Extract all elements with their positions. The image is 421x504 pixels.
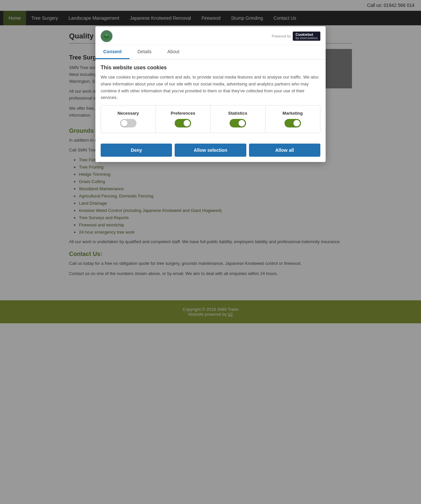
toggle-marketing-track: [285, 119, 301, 127]
toggle-statistics-knob: [238, 120, 245, 126]
modal-body: This website uses cookies We use cookies…: [95, 59, 326, 144]
toggle-preferences-track: [175, 119, 191, 127]
toggle-preferences-knob: [184, 120, 190, 126]
modal-tabs: Consent Details About: [95, 45, 326, 59]
toggle-label-necessary: Necessary: [117, 111, 139, 116]
allow-selection-button[interactable]: Allow selection: [175, 144, 246, 157]
tab-about[interactable]: About: [160, 45, 187, 59]
toggle-marketing[interactable]: [285, 119, 301, 127]
toggle-statistics[interactable]: [230, 119, 246, 127]
deny-button[interactable]: Deny: [101, 144, 172, 157]
toggle-cell-statistics: Statistics: [210, 105, 265, 133]
toggle-cell-preferences: Preferences: [156, 105, 211, 133]
powered-by-label: Powered by: [272, 34, 291, 38]
modal-buttons: Deny Allow selection Allow all: [95, 144, 326, 162]
cookiebot-sub: by Usercentrics: [295, 36, 318, 40]
toggle-marketing-knob: [293, 120, 300, 126]
modal-header: Powered by Cookiebot by Usercentrics: [95, 26, 326, 45]
tab-details[interactable]: Details: [130, 45, 160, 59]
allow-all-button[interactable]: Allow all: [249, 144, 320, 157]
toggle-statistics-track: [230, 119, 246, 127]
cookie-modal-overlay: Powered by Cookiebot by Usercentrics Con…: [0, 0, 421, 323]
toggle-necessary-track: [120, 119, 136, 127]
cookie-modal: Powered by Cookiebot by Usercentrics Con…: [95, 26, 326, 162]
toggle-necessary-knob: [121, 120, 128, 126]
cookiebot-label: Cookiebot: [295, 33, 313, 36]
toggle-necessary[interactable]: [120, 119, 136, 127]
toggle-label-statistics: Statistics: [228, 111, 247, 116]
toggle-preferences[interactable]: [175, 119, 191, 127]
cookiebot-logo-box: Cookiebot by Usercentrics: [293, 32, 320, 41]
svg-point-2: [105, 34, 108, 36]
cookiebot-branding: Powered by Cookiebot by Usercentrics: [272, 32, 320, 41]
logo-svg: [101, 31, 112, 41]
modal-heading: This website uses cookies: [101, 65, 320, 71]
toggle-label-preferences: Preferences: [171, 111, 195, 116]
toggle-label-marketing: Marketing: [283, 111, 303, 116]
tab-consent[interactable]: Consent: [95, 45, 130, 59]
modal-logo-icon: [101, 30, 112, 42]
modal-description: We use cookies to personalise content an…: [101, 74, 320, 101]
toggle-cell-marketing: Marketing: [265, 105, 320, 133]
cookie-toggle-grid: Necessary Preferences: [101, 105, 320, 133]
toggle-cell-necessary: Necessary: [101, 105, 156, 133]
